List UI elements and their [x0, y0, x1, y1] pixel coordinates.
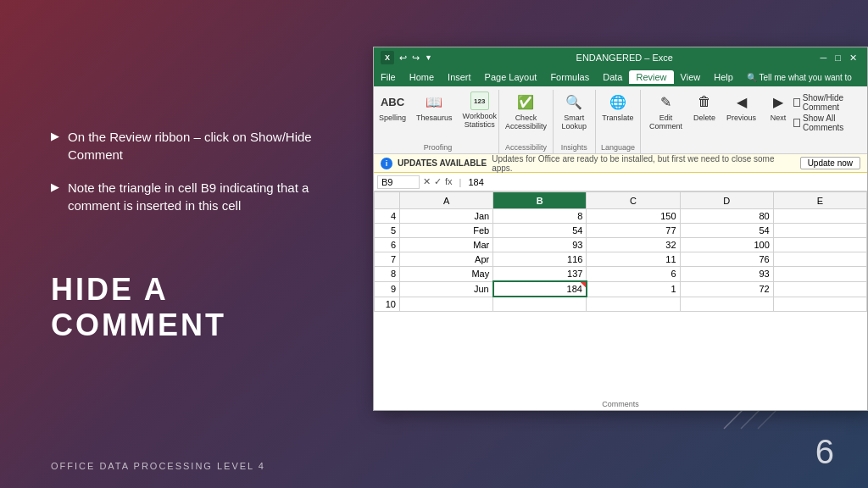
menu-home[interactable]: Home	[403, 70, 441, 84]
workbook-stats-icon: 123	[470, 92, 489, 110]
cell-b10[interactable]	[493, 297, 587, 311]
cell-c5[interactable]: 77	[587, 224, 680, 238]
row-header-empty	[375, 192, 400, 209]
undo-btn[interactable]: ↩	[399, 53, 407, 64]
tell-me-input[interactable]: 🔍 Tell me what you want to	[740, 71, 859, 84]
bullet-item-1: ▶ On the Review ribbon – click on Show/H…	[51, 128, 339, 164]
cell-a4[interactable]: Jan	[400, 209, 493, 224]
col-header-c[interactable]: C	[587, 192, 680, 209]
cell-c8[interactable]: 6	[587, 267, 680, 282]
cell-e6[interactable]	[773, 238, 866, 252]
show-hide-checkbox	[793, 98, 800, 107]
formula-bar: B9 ✕ ✓ fx | 184	[374, 173, 867, 191]
cell-b9[interactable]: 184	[493, 281, 587, 297]
show-hide-comment-btn[interactable]: Show/Hide Comment	[793, 93, 859, 112]
cell-e9[interactable]	[773, 281, 866, 297]
col-header-a[interactable]: A	[400, 192, 493, 209]
cell-d9[interactable]: 72	[680, 281, 773, 297]
cell-b8[interactable]: 137	[493, 267, 587, 282]
cell-c4[interactable]: 150	[587, 209, 680, 224]
cancel-formula-btn[interactable]: ✕	[423, 176, 431, 187]
cell-a10[interactable]	[400, 297, 493, 311]
update-text: Updates for Office are ready to be insta…	[492, 154, 794, 173]
cell-c10[interactable]	[587, 297, 680, 311]
next-btn[interactable]: ▶ Next	[763, 90, 793, 124]
table-row: 4 Jan 8 150 80	[375, 209, 867, 224]
cell-b4[interactable]: 8	[493, 209, 587, 224]
cell-d10[interactable]	[680, 297, 773, 311]
show-hide-label: Show/Hide Comment	[803, 93, 859, 112]
ribbon-group-comments: ✎ EditComment 🗑 Delete ◀ Previous ▶ Next	[641, 90, 864, 153]
update-now-btn[interactable]: Update now	[800, 157, 860, 169]
col-header-b[interactable]: B	[493, 192, 587, 209]
column-headers: A B C D E	[375, 192, 867, 209]
minimize-btn[interactable]: ─	[817, 53, 831, 64]
left-panel: ▶ On the Review ribbon – click on Show/H…	[0, 0, 373, 488]
redo-btn[interactable]: ↪	[412, 53, 420, 64]
cell-e7[interactable]	[773, 252, 866, 267]
menu-page-layout[interactable]: Page Layout	[478, 70, 544, 84]
table-row: 5 Feb 54 77 54	[375, 224, 867, 238]
menu-data[interactable]: Data	[596, 70, 629, 84]
col-header-e[interactable]: E	[773, 192, 866, 209]
menu-formulas[interactable]: Formulas	[543, 70, 596, 84]
menu-insert[interactable]: Insert	[441, 70, 478, 84]
previous-btn[interactable]: ◀ Previous	[723, 90, 760, 124]
quick-access-arrow[interactable]: ▼	[425, 53, 432, 62]
workbook-stats-btn[interactable]: 123 WorkbookStatistics	[459, 90, 500, 130]
accessibility-group-label: Accessibility	[505, 143, 547, 153]
row-num-4: 4	[375, 209, 400, 224]
formula-content[interactable]: 184	[468, 177, 864, 187]
cell-a8[interactable]: May	[400, 267, 493, 282]
cell-a6[interactable]: Mar	[400, 238, 493, 252]
smart-lookup-icon: 🔍	[564, 92, 584, 112]
cell-e8[interactable]	[773, 267, 866, 282]
cell-d6[interactable]: 100	[680, 238, 773, 252]
previous-icon: ◀	[732, 92, 752, 112]
thesaurus-btn[interactable]: 📖 Thesaurus	[413, 90, 456, 124]
col-header-d[interactable]: D	[680, 192, 773, 209]
show-all-comments-btn[interactable]: Show All Comments	[793, 114, 859, 132]
spelling-btn[interactable]: ABC Spelling	[376, 90, 409, 124]
cell-a5[interactable]: Feb	[400, 224, 493, 238]
edit-comment-btn[interactable]: ✎ EditComment	[646, 90, 686, 132]
cell-e4[interactable]	[773, 209, 866, 224]
confirm-formula-btn[interactable]: ✓	[434, 176, 442, 187]
check-accessibility-btn[interactable]: ✅ CheckAccessibility	[502, 90, 550, 132]
delete-btn[interactable]: 🗑 Delete	[689, 90, 720, 124]
smart-lookup-btn[interactable]: 🔍 SmartLookup	[559, 90, 591, 132]
row-num-10: 10	[375, 297, 400, 311]
language-group-label: Language	[601, 143, 635, 153]
slide-title: HIDE A COMMENT	[51, 272, 339, 343]
table-row: 7 Apr 116 11 76	[375, 252, 867, 267]
edit-comment-icon: ✎	[656, 92, 676, 112]
menu-view[interactable]: View	[674, 70, 708, 84]
menu-file[interactable]: File	[374, 70, 403, 84]
cell-a7[interactable]: Apr	[400, 252, 493, 267]
cell-b7[interactable]: 116	[493, 252, 587, 267]
row-num-6: 6	[375, 238, 400, 252]
cell-c9[interactable]: 1	[587, 281, 680, 297]
cell-b6[interactable]: 93	[493, 238, 587, 252]
menu-help[interactable]: Help	[707, 70, 740, 84]
cell-d5[interactable]: 54	[680, 224, 773, 238]
cell-d4[interactable]: 80	[680, 209, 773, 224]
maximize-btn[interactable]: □	[832, 53, 844, 64]
cell-b5[interactable]: 54	[493, 224, 587, 238]
cell-d8[interactable]: 93	[680, 267, 773, 282]
close-btn[interactable]: ✕	[846, 53, 860, 64]
cell-e10[interactable]	[773, 297, 866, 311]
cell-reference[interactable]: B9	[377, 175, 420, 189]
table-row-9: 9 Jun 184 1 72	[375, 281, 867, 297]
translate-label: Translate	[602, 114, 633, 122]
insert-function-btn[interactable]: fx	[445, 176, 453, 187]
menu-review[interactable]: Review	[629, 70, 673, 84]
cell-a9[interactable]: Jun	[400, 281, 493, 297]
spelling-icon: ABC	[382, 92, 403, 112]
cell-c7[interactable]: 11	[587, 252, 680, 267]
cell-d7[interactable]: 76	[680, 252, 773, 267]
translate-btn[interactable]: 🌐 Translate	[598, 90, 637, 124]
cell-e5[interactable]	[773, 224, 866, 238]
table-row: 6 Mar 93 32 100	[375, 238, 867, 252]
cell-c6[interactable]: 32	[587, 238, 680, 252]
